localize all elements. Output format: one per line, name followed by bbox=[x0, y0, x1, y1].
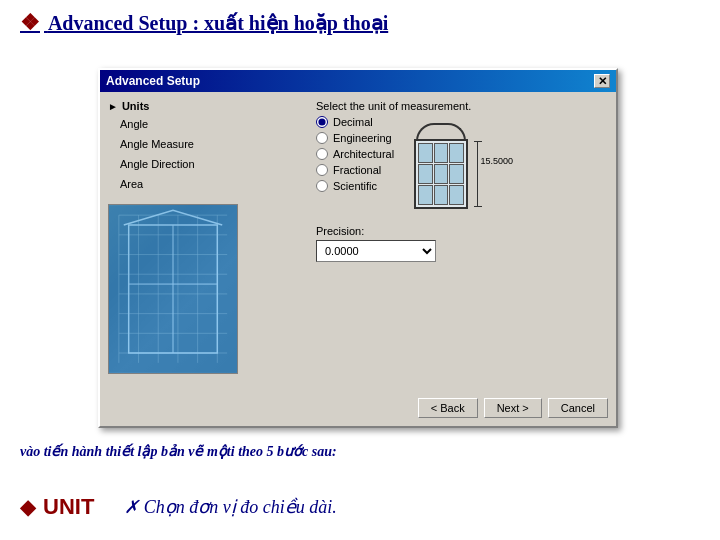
right-panel: Select the unit of measurement. Decimal … bbox=[316, 100, 608, 418]
window-pane bbox=[449, 164, 464, 184]
radio-engineering[interactable]: Engineering bbox=[316, 132, 394, 144]
radio-architectural-label: Architectural bbox=[333, 148, 394, 160]
triangle-icon: ► bbox=[108, 101, 118, 112]
dim-tick-top bbox=[474, 141, 482, 142]
units-item-angle-direction[interactable]: Angle Direction bbox=[120, 158, 308, 170]
radio-engineering-label: Engineering bbox=[333, 132, 392, 144]
window-pane bbox=[434, 143, 449, 163]
radio-scientific-input[interactable] bbox=[316, 180, 328, 192]
precision-row: 0.0000 0.000 0.00 0.0 0 bbox=[316, 240, 608, 262]
bottom-unit-section: ◆ UNIT ✗ Chọn đơn vị đo chiều dài. bbox=[20, 494, 337, 520]
radio-decimal-input[interactable] bbox=[316, 116, 328, 128]
close-button[interactable]: ✕ bbox=[594, 74, 610, 88]
window-diagram: 15.5000 bbox=[414, 121, 468, 209]
radio-scientific-label: Scientific bbox=[333, 180, 377, 192]
back-button[interactable]: < Back bbox=[418, 398, 478, 418]
advanced-setup-dialog: Advanced Setup ✕ ► Units Angle Angle Mea… bbox=[98, 68, 618, 428]
bottom-instruction: vào tiến hành thiết lập bản vẽ mộti theo… bbox=[20, 443, 337, 460]
instruction-text: Select the unit of measurement. bbox=[316, 100, 608, 112]
buttons-row: < Back Next > Cancel bbox=[316, 392, 608, 418]
precision-section: Precision: 0.0000 0.000 0.00 0.0 0 bbox=[316, 225, 608, 262]
units-item-area[interactable]: Area bbox=[120, 178, 308, 190]
unit-description: ✗ Chọn đơn vị đo chiều dài. bbox=[124, 496, 337, 518]
radio-architectural[interactable]: Architectural bbox=[316, 148, 394, 160]
units-item-angle[interactable]: Angle bbox=[120, 118, 308, 130]
window-pane bbox=[449, 143, 464, 163]
dialog-title-text: Advanced Setup bbox=[106, 74, 200, 88]
diamond-icon: ◆ bbox=[20, 495, 35, 519]
radio-engineering-input[interactable] bbox=[316, 132, 328, 144]
unit-label: ◆ UNIT bbox=[20, 494, 94, 520]
radio-group: Decimal Engineering Architectural Fracti… bbox=[316, 116, 394, 209]
unit-label-text: UNIT bbox=[43, 494, 94, 520]
window-pane bbox=[434, 185, 449, 205]
radio-decimal[interactable]: Decimal bbox=[316, 116, 394, 128]
window-pane bbox=[434, 164, 449, 184]
precision-select[interactable]: 0.0000 0.000 0.00 0.0 0 bbox=[316, 240, 436, 262]
page-title: ❖ Advanced Setup : xuất hiện hoặp thoại bbox=[20, 10, 388, 36]
radio-fractional-label: Fractional bbox=[333, 164, 381, 176]
dim-line-right bbox=[477, 141, 478, 207]
units-items: Angle Angle Measure Angle Direction Area bbox=[108, 118, 308, 190]
cancel-button[interactable]: Cancel bbox=[548, 398, 608, 418]
units-section: ► Units Angle Angle Measure Angle Direct… bbox=[108, 100, 308, 190]
window-pane bbox=[418, 143, 433, 163]
units-item-angle-measure[interactable]: Angle Measure bbox=[120, 138, 308, 150]
dimension-value: 15.5000 bbox=[481, 156, 514, 166]
window-pane bbox=[418, 164, 433, 184]
dialog-body: ► Units Angle Angle Measure Angle Direct… bbox=[100, 92, 616, 426]
window-pane bbox=[418, 185, 433, 205]
window-pane bbox=[449, 185, 464, 205]
units-label: Units bbox=[122, 100, 150, 112]
options-area: Decimal Engineering Architectural Fracti… bbox=[316, 116, 608, 209]
title-text: Advanced Setup : xuất hiện hoặp thoại bbox=[48, 12, 388, 34]
radio-architectural-input[interactable] bbox=[316, 148, 328, 160]
precision-label: Precision: bbox=[316, 225, 608, 237]
dim-tick-bottom bbox=[474, 206, 482, 207]
title-bullet: ❖ bbox=[20, 10, 40, 35]
dialog-titlebar: Advanced Setup ✕ bbox=[100, 70, 616, 92]
left-panel: ► Units Angle Angle Measure Angle Direct… bbox=[108, 100, 308, 418]
units-header: ► Units bbox=[108, 100, 308, 112]
next-button[interactable]: Next > bbox=[484, 398, 542, 418]
window-frame bbox=[414, 139, 468, 209]
radio-scientific[interactable]: Scientific bbox=[316, 180, 394, 192]
blueprint-image bbox=[108, 204, 238, 374]
radio-fractional-input[interactable] bbox=[316, 164, 328, 176]
radio-fractional[interactable]: Fractional bbox=[316, 164, 394, 176]
radio-decimal-label: Decimal bbox=[333, 116, 373, 128]
